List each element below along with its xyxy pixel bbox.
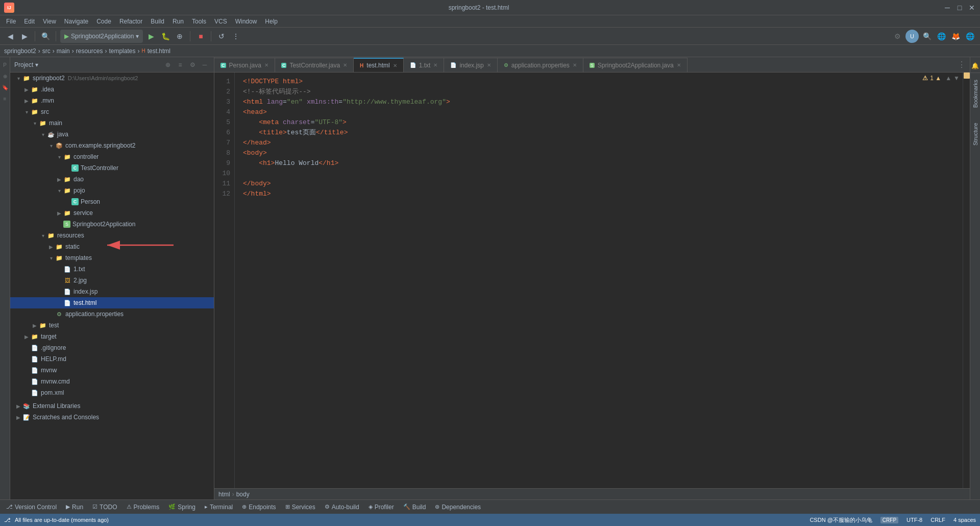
tree-java[interactable]: ▾ ☕ java xyxy=(10,129,214,140)
tree-mvnwcmd[interactable]: ▶ 📄 mvnw.cmd xyxy=(10,376,214,387)
collapse-all-button[interactable]: ≡ xyxy=(175,60,185,70)
status-tab-problems[interactable]: ⚠ Problems xyxy=(122,501,164,513)
tree-resources[interactable]: ▾ 📁 resources xyxy=(10,230,214,241)
menu-window[interactable]: Window xyxy=(231,17,261,26)
path-html[interactable]: html xyxy=(218,491,230,498)
menu-run[interactable]: Run xyxy=(168,17,188,26)
tree-test[interactable]: ▶ 📁 test xyxy=(10,320,214,331)
tree-com[interactable]: ▾ 📦 com.example.springboot2 xyxy=(10,140,214,151)
tree-src[interactable]: ▾ 📁 src xyxy=(10,106,214,117)
settings-button[interactable]: ⚙ xyxy=(891,30,903,42)
tree-root[interactable]: ▾ 📁 springboot2 D:\Users\Admin\springboo… xyxy=(10,73,214,84)
update-button[interactable]: ↺ xyxy=(215,30,228,42)
options-button[interactable]: ⚙ xyxy=(187,60,198,70)
status-line-sep[interactable]: CRLF xyxy=(930,517,945,523)
commit-icon[interactable]: ⊕ xyxy=(1,71,10,81)
tree-gitignore[interactable]: ▶ 📄 .gitignore xyxy=(10,342,214,353)
tree-pomxml[interactable]: ▶ 📄 pom.xml xyxy=(10,387,214,398)
next-issue-button[interactable]: ▼ xyxy=(953,75,960,82)
tab-person-close[interactable]: ✕ xyxy=(264,62,268,68)
tab-sb2app-close[interactable]: ✕ xyxy=(677,62,681,68)
tab-testhtml[interactable]: H test.html ✕ xyxy=(354,58,404,72)
status-tab-profiler[interactable]: ◈ Profiler xyxy=(364,501,398,513)
breadcrumb-templates[interactable]: templates xyxy=(109,47,135,55)
more-actions-button[interactable]: ⋮ xyxy=(230,30,242,42)
path-body[interactable]: body xyxy=(236,491,250,498)
tab-springboot2app[interactable]: S Springboot2Application.java ✕ xyxy=(583,58,688,72)
tree-idea[interactable]: ▶ 📁 .idea xyxy=(10,84,214,95)
status-tab-build[interactable]: 🔨 Build xyxy=(399,501,430,513)
project-dropdown-icon[interactable]: ▾ xyxy=(35,61,38,68)
tab-testcontroller[interactable]: C TestController.java ✕ xyxy=(275,58,354,72)
find-button[interactable]: 🔍 xyxy=(921,30,933,42)
tab-person[interactable]: C Person.java ✕ xyxy=(214,58,275,72)
status-encoding[interactable]: UTF-8 xyxy=(906,517,922,523)
tree-dao[interactable]: ▶ 📁 dao xyxy=(10,174,214,185)
back-button[interactable]: ◀ xyxy=(4,30,16,42)
tree-controller[interactable]: ▾ 📁 controller xyxy=(10,151,214,162)
tree-mvnw[interactable]: ▶ 📄 mvnw xyxy=(10,365,214,376)
tree-service[interactable]: ▶ 📁 service xyxy=(10,207,214,219)
menu-code[interactable]: Code xyxy=(92,17,115,26)
menu-navigate[interactable]: Navigate xyxy=(60,17,92,26)
status-tab-dependencies[interactable]: ⊛ Dependencies xyxy=(431,501,485,513)
tree-appprops[interactable]: ▶ ⚙ application.properties xyxy=(10,308,214,320)
tree-pojo[interactable]: ▾ 📁 pojo xyxy=(10,185,214,196)
status-indent[interactable]: 4 spaces xyxy=(953,517,976,523)
code-content[interactable]: <!DOCTYPE html> <!--标签代码提示--> <html lang… xyxy=(235,73,963,488)
tree-scratches[interactable]: ▶ 📝 Scratches and Consoles xyxy=(10,412,214,423)
tab-indexjsp-close[interactable]: ✕ xyxy=(487,62,491,68)
breadcrumb-springboot2[interactable]: springboot2 xyxy=(4,47,36,55)
tree-testcontroller[interactable]: ▶ C TestController xyxy=(10,162,214,174)
tab-appprops[interactable]: ⚙ application.properties ✕ xyxy=(498,58,583,72)
status-tab-todo[interactable]: ☑ TODO xyxy=(88,501,121,513)
bookmarks-icon[interactable]: 🔖 xyxy=(1,83,10,92)
close-button[interactable]: ✕ xyxy=(968,4,976,12)
menu-file[interactable]: File xyxy=(2,17,20,26)
tab-1txt-close[interactable]: ✕ xyxy=(433,62,437,68)
status-tab-run[interactable]: ▶ Run xyxy=(62,501,87,513)
debug-button[interactable]: 🐛 xyxy=(159,30,172,42)
tree-helpmd[interactable]: ▶ 📄 HELP.md xyxy=(10,353,214,365)
tab-tc-close[interactable]: ✕ xyxy=(343,62,347,68)
tree-testhtml[interactable]: ▶ 📄 test.html xyxy=(10,297,214,308)
breadcrumb-src[interactable]: src xyxy=(42,47,51,55)
breadcrumb-main[interactable]: main xyxy=(57,47,70,55)
tree-main[interactable]: ▾ 📁 main xyxy=(10,117,214,129)
tree-2jpg[interactable]: ▶ 🖼 2.jpg xyxy=(10,275,214,286)
tree-springboot2app[interactable]: ▶ S Springboot2Application xyxy=(10,219,214,230)
breadcrumb-resources[interactable]: resources xyxy=(76,47,103,55)
prev-issue-button[interactable]: ▲ xyxy=(945,75,951,82)
tab-testhtml-close[interactable]: ✕ xyxy=(393,63,397,68)
menu-refactor[interactable]: Refactor xyxy=(115,17,146,26)
project-icon[interactable]: P xyxy=(1,60,10,69)
menu-help[interactable]: Help xyxy=(261,17,282,26)
chrome-button[interactable]: 🌐 xyxy=(935,30,947,42)
avatar-button[interactable]: U xyxy=(905,30,919,43)
status-tab-auto-build[interactable]: ⚙ Auto-build xyxy=(321,501,363,513)
status-tab-version-control[interactable]: ⎇ Version Control xyxy=(2,501,61,513)
menu-view[interactable]: View xyxy=(39,17,60,26)
tree-static[interactable]: ▶ 📁 static xyxy=(10,241,214,252)
bookmarks-sidebar[interactable]: Bookmarks xyxy=(970,73,980,114)
tree-templates[interactable]: ▾ 📁 templates xyxy=(10,252,214,264)
menu-tools[interactable]: Tools xyxy=(188,17,210,26)
tree-mvn[interactable]: ▶ 📁 .mvn xyxy=(10,95,214,106)
coverage-button[interactable]: ⊕ xyxy=(174,30,186,42)
locate-file-button[interactable]: ⊕ xyxy=(163,60,173,70)
structure-icon[interactable]: ≡ xyxy=(1,94,10,103)
tree-person[interactable]: ▶ C Person xyxy=(10,196,214,207)
structure-sidebar[interactable]: Structure xyxy=(970,114,980,155)
maximize-button[interactable]: □ xyxy=(955,4,964,12)
status-tab-terminal[interactable]: ▸ Terminal xyxy=(201,501,237,513)
tree-1txt[interactable]: ▶ 📄 1.txt xyxy=(10,264,214,275)
tree-external-libs[interactable]: ▶ 📚 External Libraries xyxy=(10,400,214,412)
run-config-selector[interactable]: ▶ Springboot2Application ▾ xyxy=(60,30,143,43)
stop-button[interactable]: ■ xyxy=(194,30,207,42)
run-button[interactable]: ▶ xyxy=(145,30,157,42)
browser3-button[interactable]: 🌐 xyxy=(964,30,976,42)
search-everywhere-button[interactable]: 🔍 xyxy=(39,30,52,42)
menu-edit[interactable]: Edit xyxy=(20,17,39,26)
status-tab-services[interactable]: ⊞ Services xyxy=(281,501,320,513)
forward-button[interactable]: ▶ xyxy=(18,30,31,42)
